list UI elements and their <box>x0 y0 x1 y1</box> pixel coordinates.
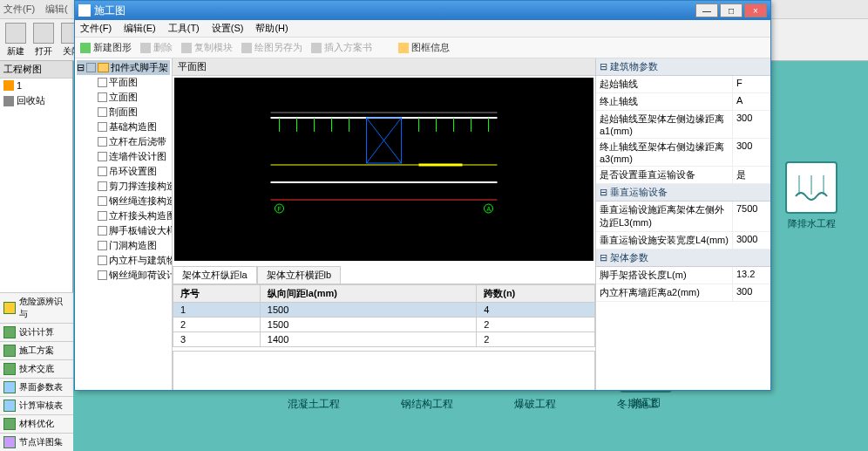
pv[interactable]: 3000 <box>732 232 770 249</box>
prop-row[interactable]: 垂直运输设施安装宽度L4(mm)3000 <box>596 232 770 249</box>
col-la[interactable]: 纵向间距la(mm) <box>260 285 476 303</box>
collapse-icon[interactable]: ⊟ <box>600 252 607 263</box>
btn-design[interactable]: 设计计算 <box>0 323 73 341</box>
checkbox[interactable] <box>98 78 107 87</box>
prop-row[interactable]: 起始轴线至架体左侧边缘距离a1(mm)300 <box>596 111 770 139</box>
tree-recycle[interactable]: 回收站 <box>0 92 72 109</box>
btn-hazard[interactable]: 危险源辨识与 <box>0 292 73 323</box>
desk-water[interactable]: 降排水工程 <box>781 161 842 230</box>
cell-n[interactable]: 2 <box>477 332 595 347</box>
checkbox[interactable] <box>98 107 107 117</box>
tree-item[interactable]: 钢丝绳卸荷设计 <box>77 268 170 283</box>
pv[interactable]: 13.2 <box>732 267 770 284</box>
group-frame[interactable]: ⊟架体参数 <box>596 249 770 267</box>
prop-row[interactable]: 垂直运输设施距离架体左侧外边距L3(mm)7500 <box>596 202 770 232</box>
tree-item[interactable]: 立杆在后浇带 <box>77 134 170 149</box>
close-button[interactable]: × <box>744 3 767 17</box>
checkbox[interactable] <box>98 256 107 265</box>
btn-plan[interactable]: 施工方案 <box>0 341 73 359</box>
tb-new[interactable]: 新建图形 <box>80 41 132 54</box>
collapse-icon[interactable]: ⊟ <box>77 62 85 73</box>
new-button[interactable]: 新建 <box>5 23 26 58</box>
cat-concrete[interactable]: 混凝土工程 <box>288 397 340 412</box>
maximize-button[interactable]: □ <box>720 3 743 17</box>
menu-edit[interactable]: 编辑( <box>45 3 68 16</box>
collapse-icon[interactable]: ⊟ <box>600 187 607 198</box>
group-vertical[interactable]: ⊟垂直运输设备 <box>596 184 770 202</box>
spacing-table[interactable]: 序号 纵向间距la(mm) 跨数(n) 115004215002314002 <box>173 284 595 390</box>
tree-home[interactable]: 1 <box>0 79 72 92</box>
prop-row[interactable]: 终止轴线A <box>596 93 770 111</box>
tb-frame[interactable]: 图框信息 <box>398 41 450 54</box>
properties-panel[interactable]: ⊟建筑物参数 起始轴线F 终止轴线A 起始轴线至架体左侧边缘距离a1(mm)30… <box>596 58 770 390</box>
tree-item[interactable]: 剪刀撑连接构造 <box>77 179 170 194</box>
tree-item[interactable]: 吊环设置图 <box>77 164 170 179</box>
pv[interactable]: 300 <box>732 111 770 138</box>
pv[interactable]: 300 <box>732 284 770 301</box>
col-seq[interactable]: 序号 <box>173 285 261 303</box>
cat-winter[interactable]: 冬期施工 <box>617 397 659 412</box>
tree-item[interactable]: 脚手板铺设大样 <box>77 223 170 238</box>
titlebar[interactable]: 施工图 — □ × <box>75 1 770 20</box>
menu-file[interactable]: 文件(F) <box>3 3 35 16</box>
tree-item[interactable]: 基础构造图 <box>77 120 170 134</box>
table-row[interactable]: 215002 <box>173 318 595 332</box>
checkbox[interactable] <box>98 211 107 221</box>
cat-blast[interactable]: 爆破工程 <box>514 397 556 412</box>
cell-la[interactable]: 1500 <box>260 303 476 318</box>
cat-steel[interactable]: 钢结构工程 <box>401 397 453 412</box>
btn-audit[interactable]: 计算审核表 <box>0 396 73 414</box>
cell-la[interactable]: 1500 <box>260 318 476 332</box>
table-row[interactable]: 115004 <box>173 303 595 318</box>
cell-n[interactable]: 4 <box>477 303 595 318</box>
tree-item[interactable]: 立杆接头构造图 <box>77 208 170 223</box>
checkbox[interactable] <box>98 137 107 147</box>
table-row[interactable]: 314002 <box>173 332 595 347</box>
cell-la[interactable]: 1400 <box>260 332 476 347</box>
checkbox[interactable] <box>98 270 107 280</box>
checkbox[interactable] <box>98 196 107 206</box>
tree-item[interactable]: 连墙件设计图 <box>77 149 170 164</box>
tree-root[interactable]: ⊟扣件式脚手架 <box>77 60 170 75</box>
tree-item[interactable]: 内立杆与建筑物 <box>77 253 170 268</box>
checkbox[interactable] <box>98 122 107 132</box>
btn-tech[interactable]: 技术交底 <box>0 359 73 378</box>
group-building[interactable]: ⊟建筑物参数 <box>596 58 770 76</box>
prop-row[interactable]: 终止轴线至架体右侧边缘距离a3(mm)300 <box>596 139 770 167</box>
dmenu-tool[interactable]: 工具(T) <box>168 22 200 35</box>
cad-viewport[interactable]: F A <box>174 78 593 261</box>
tree-item[interactable]: 剖面图 <box>77 105 170 120</box>
dmenu-file[interactable]: 文件(F) <box>80 22 112 35</box>
checkbox[interactable] <box>98 92 107 102</box>
collapse-icon[interactable]: ⊟ <box>600 61 607 72</box>
dmenu-help[interactable]: 帮助(H) <box>255 22 288 35</box>
tab-la[interactable]: 架体立杆纵距la <box>173 266 257 284</box>
pv[interactable]: 7500 <box>732 202 770 231</box>
drawing-tree[interactable]: ⊟扣件式脚手架 平面图立面图剖面图基础构造图立杆在后浇带连墙件设计图吊环设置图剪… <box>75 58 173 390</box>
tab-lb[interactable]: 架体立杆横距lb <box>257 266 342 284</box>
pv[interactable]: F <box>732 76 770 92</box>
prop-row[interactable]: 脚手架搭设长度L(m)13.2 <box>596 267 770 284</box>
checkbox[interactable] <box>98 226 107 236</box>
btn-params[interactable]: 界面参数表 <box>0 378 73 396</box>
pv[interactable]: 是 <box>732 167 770 183</box>
btn-material[interactable]: 材料优化 <box>0 414 73 433</box>
prop-row[interactable]: 内立杆离墙距离a2(mm)300 <box>596 284 770 302</box>
prop-row[interactable]: 是否设置垂直运输设备是 <box>596 167 770 184</box>
checkbox[interactable] <box>98 167 107 176</box>
dmenu-edit[interactable]: 编辑(E) <box>124 22 156 35</box>
tree-item[interactable]: 钢丝绳连接构造 <box>77 194 170 208</box>
cell-n[interactable]: 2 <box>477 318 595 332</box>
pv[interactable]: 300 <box>732 139 770 166</box>
btn-detail[interactable]: 节点详图集 <box>0 433 73 451</box>
resize-handle[interactable] <box>760 379 769 388</box>
open-button[interactable]: 打开 <box>33 23 54 58</box>
pv[interactable]: A <box>732 93 770 110</box>
checkbox[interactable] <box>86 63 96 72</box>
tree-item[interactable]: 平面图 <box>77 75 170 90</box>
prop-row[interactable]: 起始轴线F <box>596 76 770 93</box>
checkbox[interactable] <box>98 241 107 250</box>
col-span[interactable]: 跨数(n) <box>477 285 595 303</box>
tree-item[interactable]: 门洞构造图 <box>77 238 170 253</box>
tree-item[interactable]: 立面图 <box>77 90 170 105</box>
